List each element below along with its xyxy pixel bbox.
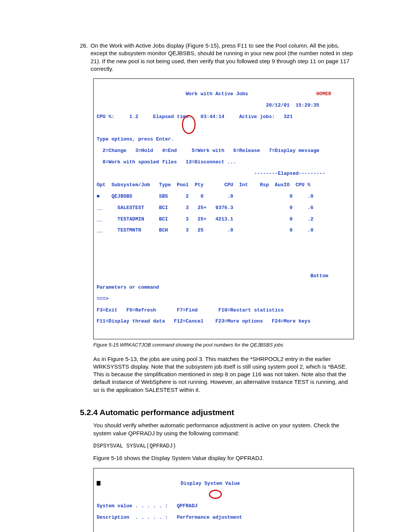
term2-desc: Description . . . . . : Performance adju… (97, 515, 350, 521)
step-number: 26. (80, 42, 91, 73)
paragraph: Figure 5-16 shows the Display System Val… (93, 454, 354, 462)
table-row: __ TESTADMIN BCI 3 25+ 4213.1 0 .2 (97, 217, 350, 222)
term2-title-line: Display System Value (97, 481, 350, 487)
term1-datetime: 20/12/01 15:20:35 (97, 103, 350, 109)
command-dspsysval: DSPSYSVAL SYSVAL(QPFRADJ) (93, 443, 354, 450)
term1-prompt: ===> (97, 296, 350, 302)
page: 26. On the Work with Active Jobs display… (0, 0, 411, 532)
table-row: __ TESTMNTR BCH 3 25 .0 0 .0 (97, 228, 350, 233)
term1-param-label: Parameters or command (97, 285, 350, 291)
term2-sysval: System value . . . . . : QPFRADJ (97, 503, 350, 509)
term1-system: HOMER (316, 91, 331, 97)
term1-typeopts2: 2=Change 3=Hold 4=End 5=Work with 6=Rele… (97, 148, 350, 154)
term1-title-line: Work with Active Jobs HOMER (97, 91, 350, 97)
figure-5-15-caption: Figure 5-15 WRKACTJOB command showing th… (93, 342, 354, 348)
table-row: ■ QEJBSBS SBS 2 0 .0 0 .0 (97, 194, 350, 200)
term1-typeopts1: Type options, press Enter. (97, 137, 350, 142)
term1-fkeys1: F3=Exit F5=Refresh F7=Find F10=Restart s… (97, 308, 350, 313)
term1-col-header: Opt Subsystem/Job Type Pool Pty CPU Int … (97, 182, 350, 188)
term1-elapsed-header: --------Elapsed--------- (97, 171, 350, 177)
numbered-step: 26. On the Work with Active Jobs display… (80, 42, 354, 73)
term1-typeopts3: 8=Work with spooled files 13=Disconnect … (97, 160, 350, 165)
term2-title: Display System Value (181, 481, 240, 486)
term1-title: Work with Active Jobs (186, 91, 248, 97)
step-text: On the Work with Active Jobs display (Fi… (91, 42, 354, 73)
terminal-wrkactjob: Work with Active Jobs HOMER 20/12/01 15:… (93, 78, 354, 339)
table-row: __ SALESTEST BCI 3 25+ 9376.3 0 .6 (97, 205, 350, 211)
terminal-dspsysval: Display System Value System value . . . … (93, 468, 354, 532)
paragraph: You should verify whether automatic perf… (93, 422, 354, 437)
term1-bottom: Bottom (97, 273, 350, 279)
section-heading-5-2-4: 5.2.4 Automatic performance adjustment (80, 407, 354, 418)
paragraph: As in Figure 5-13, the jobs are using po… (93, 355, 354, 394)
term1-cpu-line: CPU %: 1.2 Elapsed time: 03:44:14 Active… (97, 114, 350, 120)
term1-fkeys2: F11=Display thread data F12=Cancel F23=M… (97, 319, 350, 324)
cursor-icon (97, 481, 100, 486)
